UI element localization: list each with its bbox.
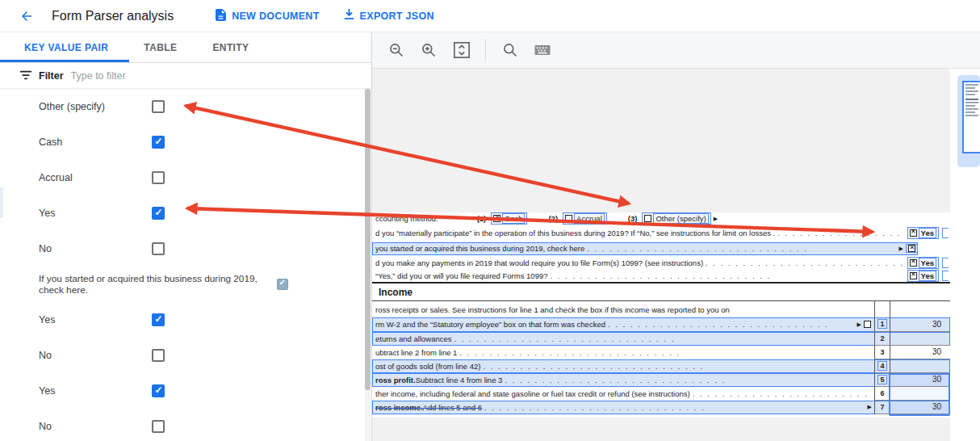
tab-table[interactable]: TABLE <box>126 42 195 53</box>
triangle-marker: ▶ <box>714 216 718 222</box>
form-row-cost-of-goods[interactable]: ost of goods sold (from line 42) . . . .… <box>372 359 950 373</box>
page-thumbnail-image <box>962 81 980 153</box>
kv-checkbox[interactable] <box>152 171 165 184</box>
kv-checkbox[interactable] <box>152 100 165 113</box>
kv-key-label: Yes <box>39 314 55 326</box>
form-row-gross-income[interactable]: ross income. Add lines 5 and 6 . . . . .… <box>372 401 950 414</box>
amount-value: 30 <box>932 347 941 356</box>
page-thumbnail-selected[interactable] <box>957 75 980 167</box>
line-number-cell: 7 <box>874 401 890 414</box>
document-viewer: ccounting method: (1) Cash (2) Accrual (… <box>372 32 980 441</box>
form-text: rm W-2 and the “Statutory employee” box … <box>375 320 605 329</box>
amount-cell <box>890 359 950 373</box>
form-text: ost of goods sold (from line 42) <box>375 362 480 371</box>
kv-key-label: If you started or acquired this business… <box>39 273 281 296</box>
kv-checkbox[interactable] <box>152 136 165 149</box>
document-viewport: ccounting method: (1) Cash (2) Accrual (… <box>372 69 980 441</box>
form-text: ccounting method: <box>375 214 438 223</box>
option-number: (3) <box>628 214 638 223</box>
list-item: No <box>0 338 371 373</box>
kv-checkbox[interactable] <box>152 420 165 433</box>
thumbnail-text-line <box>965 102 978 103</box>
kv-key-label: No <box>39 350 52 362</box>
kv-key-label: No <box>39 243 52 255</box>
filter-icon <box>20 69 31 83</box>
detected-checkbox[interactable] <box>906 244 918 253</box>
dot-leader: . . . . . . . . . . . . . . . . . . . . … <box>693 389 872 398</box>
selected-field-highlight[interactable]: you started or acquired this business du… <box>372 242 918 255</box>
kv-checkbox[interactable] <box>152 384 165 397</box>
kv-checkbox[interactable] <box>152 349 165 362</box>
fit-page-icon[interactable] <box>453 41 471 59</box>
keyboard-shortcuts-icon[interactable] <box>534 44 551 56</box>
kv-key-label: Yes <box>39 208 55 220</box>
kv-checkbox[interactable] <box>152 207 165 220</box>
detected-field-other-specify[interactable]: Other (specify) <box>642 212 710 225</box>
form-text: Subtract line 4 from line 3 <box>416 376 503 384</box>
checkbox-marked-icon <box>493 215 500 222</box>
form-row-returns-allowances[interactable]: eturns and allowances . . . . . . . . . … <box>372 332 950 346</box>
line-number-cell: 5 <box>874 373 890 387</box>
detected-field-accrual[interactable]: Accrual <box>563 212 607 225</box>
form-row-gross-receipts: ross receipts or sales. See instructions… <box>372 301 950 317</box>
amount-cell: 30 <box>890 317 950 332</box>
scrollbar-thumb[interactable] <box>365 89 371 390</box>
option-label: Other (specify) <box>653 213 708 224</box>
kv-key-label: No <box>39 421 52 433</box>
list-item: Other (specify) <box>0 89 371 124</box>
tab-entity[interactable]: ENTITY <box>195 42 266 53</box>
form-text: ubtract line 2 from line 1 <box>375 348 457 357</box>
app-header: Form Parser analysis NEW DOCUMENT EXPORT… <box>0 0 980 32</box>
new-document-button[interactable]: NEW DOCUMENT <box>216 9 319 23</box>
checkbox-marked-icon <box>910 272 917 279</box>
list-item: Accrual <box>0 160 371 195</box>
kv-checkbox[interactable] <box>152 242 165 255</box>
thumbnail-text-line <box>965 84 978 86</box>
amount-value: 30 <box>932 402 941 411</box>
form-text: ross receipts or sales. See instructions… <box>375 305 730 314</box>
checkbox-empty-icon <box>565 215 572 222</box>
tab-key-value-pair[interactable]: KEY VALUE PAIR <box>0 42 126 53</box>
detected-answer-yes[interactable]: Yes <box>907 227 939 239</box>
zoom-out-icon[interactable] <box>388 42 404 58</box>
form-text: d you make any payments in 2019 that wou… <box>375 258 703 267</box>
cutoff-field-box <box>942 228 949 238</box>
dot-leader: . . . . . . . . . . . . . . . . . . . . … <box>484 403 863 412</box>
form-row-w2-statutory[interactable]: rm W-2 and the “Statutory employee” box … <box>372 317 950 332</box>
form-text: you started or acquired this business du… <box>375 244 584 253</box>
form-text: Add lines 5 and 6 <box>423 403 482 412</box>
panel-scrollbar[interactable] <box>365 89 371 441</box>
form-row-gross-profit[interactable]: ross profit. Subtract line 4 from line 3… <box>372 373 950 387</box>
line-number: 2 <box>880 334 884 342</box>
kv-key-label: Cash <box>39 136 62 149</box>
search-icon[interactable] <box>502 42 518 58</box>
checkbox-marked-icon <box>910 259 917 267</box>
yes-value: Yes <box>919 271 936 281</box>
option-label: Accrual <box>574 213 605 224</box>
form-text-lead: ross profit. <box>375 376 416 384</box>
form-row-other-income: ther income, including federal and state… <box>372 387 950 401</box>
detected-answer-yes[interactable]: Yes <box>907 257 939 269</box>
line-number-cell <box>874 301 890 317</box>
toolbar-divider <box>485 39 486 61</box>
section-title: Income <box>372 284 950 301</box>
thumbnail-text-line <box>965 108 978 110</box>
kv-checkbox[interactable] <box>152 313 165 326</box>
list-item: No <box>0 231 371 267</box>
key-value-panel: KEY VALUE PAIR TABLE ENTITY Filter Type … <box>0 32 372 441</box>
list-item: Cash <box>0 124 371 160</box>
zoom-in-icon[interactable] <box>421 42 437 58</box>
thumbnail-text-line <box>965 105 975 107</box>
back-arrow-icon[interactable] <box>19 8 36 24</box>
cutoff-field-box <box>942 271 949 281</box>
filter-input[interactable]: Type to filter <box>71 70 371 82</box>
viewer-toolbar <box>372 32 980 69</box>
list-item: If you started or acquired this business… <box>0 267 371 302</box>
filter-bar[interactable]: Filter Type to filter <box>0 63 371 89</box>
detected-field-cash[interactable]: Cash <box>491 212 527 225</box>
option-label: Cash <box>502 213 525 224</box>
detected-answer-yes[interactable]: Yes <box>907 270 939 282</box>
dot-leader: . . . . . . . . . . . . . . . . . . . . … <box>706 258 905 267</box>
export-json-button[interactable]: EXPORT JSON <box>344 9 434 23</box>
thumbnail-text-line <box>965 90 978 92</box>
